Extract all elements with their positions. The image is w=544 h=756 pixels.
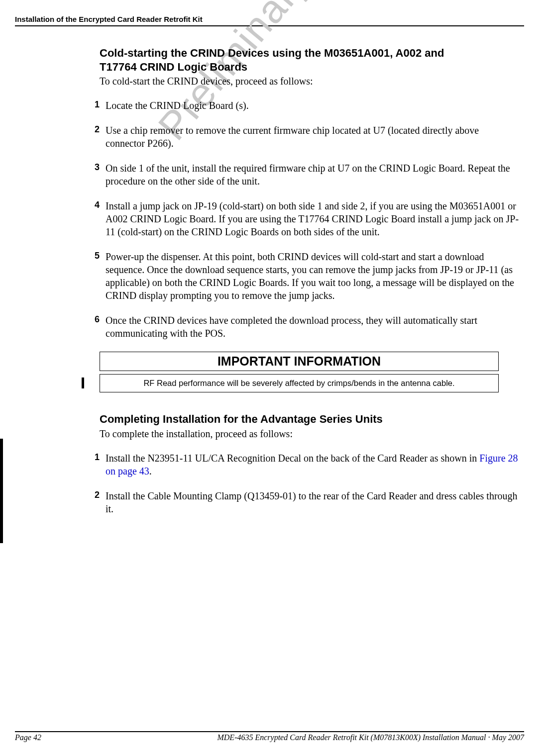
important-heading: IMPORTANT INFORMATION — [100, 352, 499, 371]
step-row: 2 Use a chip remover to remove the curre… — [100, 124, 519, 150]
step-text-pre: Install the N23951-11 UL/CA Recognition … — [106, 453, 479, 464]
side-tab — [0, 439, 3, 543]
step-row: 6 Once the CRIND devices have completed … — [100, 314, 519, 340]
section1-intro: To cold-start the CRIND devices, proceed… — [100, 76, 519, 87]
step-row: 5 Power-up the dispenser. At this point,… — [100, 250, 519, 302]
important-text: RF Read performance will be severely aff… — [100, 374, 499, 392]
section2-title: Completing Installation for the Advantag… — [100, 412, 519, 426]
step-number: 6 — [86, 314, 100, 340]
footer-rule — [15, 731, 524, 732]
step-number: 5 — [86, 250, 100, 302]
page-number: Page 42 — [15, 733, 41, 742]
header-title: Installation of the Encrypted Card Reade… — [15, 15, 524, 23]
change-bar — [82, 378, 84, 388]
step-row: 4 Install a jump jack on JP-19 (cold-sta… — [100, 199, 519, 238]
step-number: 4 — [86, 199, 100, 238]
step-number: 1 — [86, 99, 100, 112]
step-number: 2 — [86, 124, 100, 150]
step-text-post: . — [149, 466, 152, 476]
step-number: 2 — [86, 489, 100, 515]
step-row: 3 On side 1 of the unit, install the req… — [100, 162, 519, 188]
running-header: Installation of the Encrypted Card Reade… — [15, 15, 524, 26]
step-text: Install the Cable Mounting Clamp (Q13459… — [100, 489, 519, 515]
header-rule — [15, 25, 524, 26]
footer: Page 42 MDE-4635 Encrypted Card Reader R… — [15, 727, 524, 742]
step-text: Use a chip remover to remove the current… — [100, 124, 519, 150]
step-text: On side 1 of the unit, install the requi… — [100, 162, 519, 188]
step-text: Install a jump jack on JP-19 (cold-start… — [100, 199, 519, 238]
step-text: Install the N23951-11 UL/CA Recognition … — [100, 452, 519, 477]
step-row: 2 Install the Cable Mounting Clamp (Q134… — [100, 489, 519, 515]
step-text: Once the CRIND devices have completed th… — [100, 314, 519, 340]
step-text: Power-up the dispenser. At this point, b… — [100, 250, 519, 302]
step-number: 1 — [86, 452, 100, 477]
footer-doc-id: MDE-4635 Encrypted Card Reader Retrofit … — [217, 733, 524, 742]
step-number: 3 — [86, 162, 100, 188]
section1-title: Cold-starting the CRIND Devices using th… — [100, 46, 519, 74]
step-text: Locate the CRIND Logic Board (s). — [100, 99, 519, 112]
section1-title-line2: T17764 CRIND Logic Boards — [100, 61, 247, 73]
step-row: 1 Locate the CRIND Logic Board (s). — [100, 99, 519, 112]
section1-title-line1: Cold-starting the CRIND Devices using th… — [100, 47, 444, 59]
section2-intro: To complete the installation, proceed as… — [100, 428, 519, 440]
step-row: 1 Install the N23951-11 UL/CA Recognitio… — [100, 452, 519, 477]
important-block: IMPORTANT INFORMATION RF Read performanc… — [100, 352, 519, 392]
